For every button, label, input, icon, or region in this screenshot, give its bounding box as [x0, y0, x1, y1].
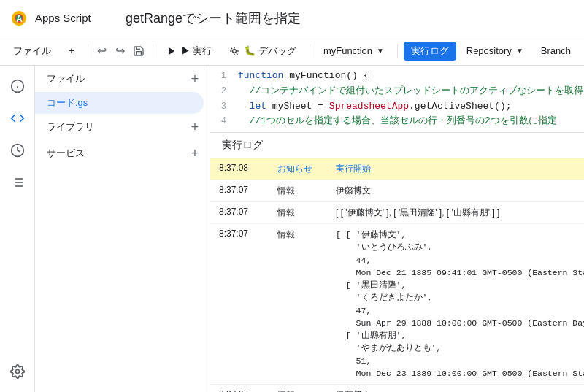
log-message-0: 実行開始: [327, 158, 584, 180]
file-menu[interactable]: ファイル: [6, 42, 58, 61]
function-selector[interactable]: myFunction ▼: [316, 42, 391, 59]
execution-log-button[interactable]: 実行ログ: [404, 42, 456, 61]
log-row-3: 8:37:07 情報 [ [ '伊藤博文', 'いとうひろぶみ', 44, Mo…: [210, 224, 584, 385]
apps-script-logo: A: [9, 8, 29, 28]
add-library-button[interactable]: +: [186, 118, 204, 136]
log-title: 実行ログ: [210, 133, 584, 158]
code-line-2: 2 //コンテナバインドで組付いたスプレッドシートのアクティブなシートを取得: [210, 84, 584, 99]
log-row-1: 8:37:07 情報 伊藤博文: [210, 180, 584, 202]
log-level-3: 情報: [269, 224, 327, 245]
log-message-3: [ [ '伊藤博文', 'いとうひろぶみ', 44, Mon Dec 21 18…: [327, 224, 584, 384]
sidebar-libraries-header: ライブラリ +: [35, 114, 210, 140]
code-line-3: 3 let mySheet = SpreadsheetApp.getActive…: [210, 99, 584, 115]
log-message-1: 伊藤博文: [327, 180, 584, 201]
content-area: 1 function myFunction() { 2 //コンテナバインドで組…: [210, 66, 584, 392]
log-row-2: 8:37:07 情報 [ [ '伊藤博文' ], [ '黒田清隆' ], [ '…: [210, 202, 584, 224]
debug-button[interactable]: 🐛 デバッグ: [222, 42, 304, 61]
log-level-1: 情報: [269, 180, 327, 201]
svg-line-6: [231, 47, 233, 49]
log-time-2: 8:37:07: [210, 202, 269, 221]
svg-text:A: A: [16, 14, 23, 24]
svg-marker-2: [169, 47, 174, 55]
code-line-1: 1 function myFunction() {: [210, 69, 584, 84]
svg-point-20: [15, 370, 19, 374]
app-title: Apps Script: [35, 12, 91, 24]
toolbar-separator-1: [88, 44, 88, 58]
branch-button[interactable]: Branch: [534, 42, 578, 59]
repository-button[interactable]: Repository ▼: [459, 42, 531, 59]
log-time-3: 8:37:07: [210, 224, 269, 243]
sidebar-item-code-gs[interactable]: コード.gs: [35, 92, 204, 114]
log-level-2: 情報: [269, 202, 327, 223]
sidebar-files-header: ファイル +: [35, 66, 210, 92]
nav-icon-code[interactable]: [3, 104, 32, 133]
repository-dropdown-arrow: ▼: [516, 47, 523, 55]
undo-button[interactable]: ↩: [93, 41, 110, 61]
sidebar-services-header: サービス +: [35, 140, 210, 166]
run-button[interactable]: ▶ 実行: [159, 42, 220, 61]
left-nav: [0, 66, 35, 392]
log-time-4: 8:37:07: [210, 385, 269, 392]
log-message-2: [ [ '伊藤博文' ], [ '黒田清隆' ], [ '山縣有朋' ] ]: [327, 202, 584, 223]
add-file-button[interactable]: +: [61, 42, 82, 59]
svg-line-7: [237, 53, 238, 54]
add-service-button[interactable]: +: [186, 145, 204, 162]
log-level-0: お知らせ: [269, 158, 327, 180]
main: ファイル + コード.gs ライブラリ + サービス + 1 function …: [0, 66, 584, 392]
log-row-0: 8:37:08 お知らせ 実行開始: [210, 158, 584, 180]
log-time-0: 8:37:08: [210, 158, 269, 177]
code-line-4: 4 //1つのセルを指定する場合、当該セルの行・列番号の2つを引数に指定: [210, 114, 584, 129]
toolbar: ファイル + ↩ ↪ ▶ 実行 🐛 デバッグ myFunction ▼ 実行ログ…: [0, 36, 584, 66]
header: A Apps Script getRangeでシート範囲を指定: [0, 0, 584, 36]
save-button[interactable]: [131, 41, 147, 61]
log-table: 8:37:08 お知らせ 実行開始 8:37:07 情報 伊藤博文 8:37:0…: [210, 158, 584, 392]
doc-title: getRangeでシート範囲を指定: [126, 9, 575, 27]
logo-area: A Apps Script: [9, 8, 126, 28]
code-editor[interactable]: 1 function myFunction() { 2 //コンテナバインドで組…: [210, 66, 584, 133]
nav-icon-settings[interactable]: [3, 357, 32, 386]
log-area: 実行ログ 8:37:08 お知らせ 実行開始 8:37:07 情報 伊藤博文 8…: [210, 133, 584, 392]
add-file-button[interactable]: +: [186, 70, 204, 88]
log-time-1: 8:37:07: [210, 180, 269, 199]
redo-button[interactable]: ↪: [112, 41, 128, 61]
svg-point-3: [233, 49, 237, 53]
log-level-4: 情報: [269, 385, 327, 392]
sidebar-content: ファイル + コード.gs ライブラリ + サービス +: [35, 66, 210, 392]
nav-icon-trigger[interactable]: [3, 136, 32, 165]
log-message-4: 伊藤博文: [327, 385, 584, 392]
nav-icon-executions[interactable]: [3, 168, 32, 197]
log-row-4: 8:37:07 情報 伊藤博文: [210, 385, 584, 392]
function-dropdown-arrow: ▼: [377, 47, 384, 55]
nav-icon-info[interactable]: [3, 72, 32, 101]
toolbar-separator-3: [310, 44, 310, 58]
sidebar: ファイル + コード.gs ライブラリ + サービス +: [35, 66, 210, 392]
toolbar-separator-2: [153, 44, 153, 58]
toolbar-separator-4: [397, 44, 398, 58]
